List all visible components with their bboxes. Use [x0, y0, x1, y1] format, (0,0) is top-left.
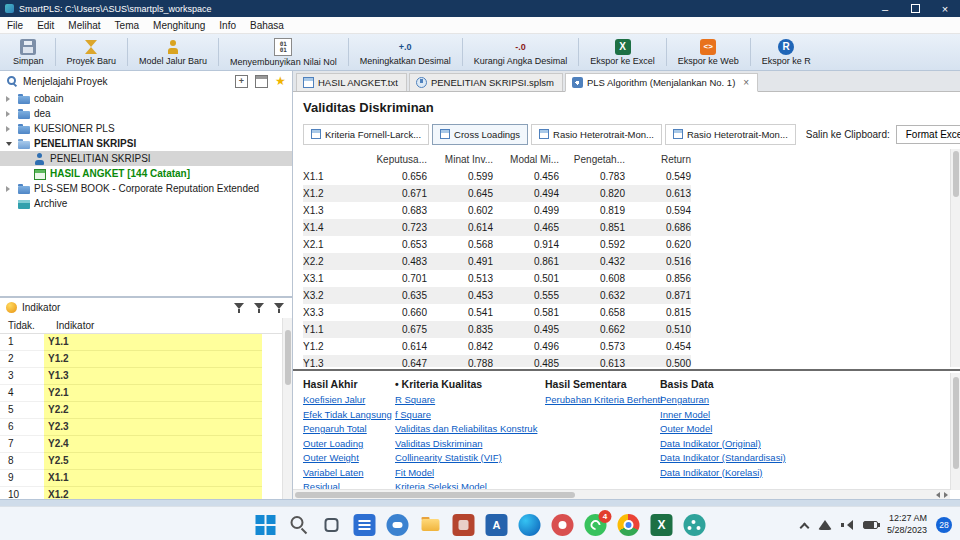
media-app-icon[interactable]	[552, 514, 574, 536]
red-app-icon[interactable]	[453, 514, 475, 536]
link-data-indikator-standardisasi[interactable]: Data Indikator (Standardisasi)	[660, 451, 840, 466]
table-row[interactable]: X1.40.7230.6140.4650.8510.686	[303, 219, 691, 236]
menu-tema[interactable]: Tema	[108, 20, 146, 31]
tab-hasil-angket-txt[interactable]: HASIL ANGKET.txt	[296, 73, 407, 91]
whatsapp-icon[interactable]: 4	[585, 514, 607, 536]
menu-info[interactable]: Info	[212, 20, 243, 31]
toolbar-button-ekspor-ke-excel[interactable]: Ekspor ke Excel	[581, 34, 664, 70]
toolbar-button-ekspor-ke-r[interactable]: Ekspor ke R	[753, 34, 820, 70]
indicator-row[interactable]: 8Y2.5	[0, 453, 292, 470]
notification-count-badge[interactable]: 28	[936, 517, 952, 533]
indicator-row[interactable]: 3Y1.3	[0, 368, 292, 385]
indicator-row[interactable]: 2Y1.2	[0, 351, 292, 368]
tree-item-penelitian-skripsi[interactable]: PENELITIAN SKRIPSI	[0, 136, 292, 151]
indicator-scrollbar[interactable]	[282, 318, 292, 499]
menu-edit[interactable]: Edit	[30, 20, 61, 31]
toolbar-button-simpan[interactable]: Simpan	[4, 34, 53, 70]
bottom-panel-scrollbar[interactable]	[950, 373, 960, 490]
tree-item-pls-sem-book-corporate-reputation-extended[interactable]: PLS-SEM BOOK - Corporate Reputation Exte…	[0, 181, 292, 196]
tree-item-dea[interactable]: dea	[0, 106, 292, 121]
edge-browser-icon[interactable]	[519, 514, 541, 536]
menu-bahasa[interactable]: Bahasa	[243, 20, 291, 31]
expand-arrow-icon[interactable]	[4, 109, 14, 119]
menu-melihat[interactable]: Melihat	[61, 20, 107, 31]
link-pengaruh-total[interactable]: Pengaruh Total	[303, 422, 395, 437]
link-outer-model[interactable]: Outer Model	[660, 422, 840, 437]
filter-icon-1[interactable]	[233, 301, 246, 314]
link-data-indikator-korelasi[interactable]: Data Indikator (Korelasi)	[660, 466, 840, 481]
link-efek-tidak-langsung[interactable]: Efek Tidak Langsung	[303, 408, 395, 423]
link-inner-model[interactable]: Inner Model	[660, 408, 840, 423]
tree-item-penelitian-skripsi[interactable]: PENELITIAN SKRIPSI	[0, 151, 292, 166]
chat-app-icon[interactable]	[387, 514, 409, 536]
indicator-row[interactable]: 6Y2.3	[0, 419, 292, 436]
indicator-row[interactable]: 1Y1.1	[0, 334, 292, 351]
link-outer-weight[interactable]: Outer Weight	[303, 451, 395, 466]
table-row[interactable]: Y1.30.6470.7880.4850.6130.500	[303, 355, 691, 367]
task-view-icon[interactable]	[321, 514, 343, 536]
table-row[interactable]: X3.20.6350.4530.5550.6320.871	[303, 287, 691, 304]
table-row[interactable]: X1.30.6830.6020.4990.8190.594	[303, 202, 691, 219]
search-icon[interactable]	[288, 514, 310, 536]
volume-icon[interactable]	[841, 519, 854, 531]
filter-icon-2[interactable]	[253, 301, 266, 314]
indicator-row[interactable]: 7Y2.4	[0, 436, 292, 453]
link-collinearity-statistik-vif[interactable]: Collinearity Statistik (VIF)	[395, 451, 545, 466]
close-button[interactable]: ×	[930, 0, 960, 17]
toolbar-button-kurangi-angka-desimal[interactable]: Kurangi Angka Desimal	[465, 34, 577, 70]
link-variabel-laten[interactable]: Variabel Laten	[303, 466, 395, 481]
new-project-icon[interactable]	[235, 75, 248, 88]
expand-arrow-icon[interactable]	[4, 94, 14, 104]
toolbar-button-proyek-baru[interactable]: Proyek Baru	[58, 34, 126, 70]
open-window-icon[interactable]	[255, 75, 268, 88]
link-validitas-diskriminan[interactable]: Validitas Diskriminan	[395, 437, 545, 452]
expand-arrow-icon[interactable]	[4, 124, 14, 134]
smartpls-icon[interactable]	[684, 514, 706, 536]
tree-item-kuesioner-pls[interactable]: KUESIONER PLS	[0, 121, 292, 136]
start-icon[interactable]	[255, 514, 277, 536]
tab-pls-algorithm-menjalankan-no-1[interactable]: PLS Algorithm (Menjalankan No. 1)×	[565, 73, 758, 92]
minimize-button[interactable]: –	[870, 0, 900, 17]
indicator-row[interactable]: 4Y2.1	[0, 385, 292, 402]
maximize-button[interactable]	[900, 0, 930, 17]
link-validitas-dan-reliabilitas-konstruk[interactable]: Validitas dan Reliabilitas Konstruk	[395, 422, 545, 437]
table-row[interactable]: Y1.10.6750.8350.4950.6620.510	[303, 321, 691, 338]
subtab-kriteria-fornell-larck-0[interactable]: Kriteria Fornell-Larck...	[303, 124, 429, 145]
blue-app-icon[interactable]	[486, 514, 508, 536]
clock[interactable]: 12:27 AM 5/28/2023	[887, 513, 927, 536]
scrollbar-thumb[interactable]	[285, 330, 291, 385]
toolbar-button-ekspor-ke-web[interactable]: Ekspor ke Web	[669, 34, 748, 70]
link-pengaturan[interactable]: Pengaturan	[660, 393, 840, 408]
indicator-row[interactable]: 5Y2.2	[0, 402, 292, 419]
scroll-left-icon[interactable]	[930, 490, 940, 500]
battery-icon[interactable]	[863, 521, 878, 529]
chrome-browser-icon[interactable]	[618, 514, 640, 536]
indicator-row[interactable]: 9X1.1	[0, 470, 292, 487]
expand-arrow-icon[interactable]	[4, 184, 14, 194]
scrollbar-thumb[interactable]	[295, 492, 575, 498]
wifi-icon[interactable]	[818, 520, 832, 530]
link-data-indikator-original[interactable]: Data Indikator (Original)	[660, 437, 840, 452]
scrollbar-thumb[interactable]	[953, 377, 959, 469]
tab-penelitian-skripsi-splsm[interactable]: PENELITIAN SKRIPSI.splsm	[409, 73, 563, 91]
toolbar-button-model-jalur-baru[interactable]: Model Jalur Baru	[130, 34, 216, 70]
toolbar-button-menyembunyikan-nilai-nol[interactable]: Menyembunyikan Nilai Nol	[221, 34, 346, 70]
file-explorer-icon[interactable]	[420, 514, 442, 536]
tree-item-archive[interactable]: Archive	[0, 196, 292, 211]
toolbar-button-meningkatkan-desimal[interactable]: Meningkatkan Desimal	[351, 34, 460, 70]
reading-app-icon[interactable]	[354, 514, 376, 536]
subtab-rasio-heterotrait-mon-2[interactable]: Rasio Heterotrait-Mon...	[531, 124, 662, 145]
tab-close-icon[interactable]: ×	[743, 77, 749, 88]
scroll-right-icon[interactable]	[940, 490, 950, 500]
tree-item-hasil-angket-144-catatan[interactable]: HASIL ANGKET [144 Catatan]	[0, 166, 292, 181]
link-perubahan-kriteria-berhenti[interactable]: Perubahan Kriteria Berhenti	[545, 393, 660, 408]
table-row[interactable]: X3.30.6600.5410.5810.6580.815	[303, 304, 691, 321]
table-row[interactable]: X1.20.6710.6450.4940.8200.613	[303, 185, 691, 202]
horizontal-scrollbar[interactable]	[293, 489, 950, 499]
link-r-square[interactable]: R Square	[395, 393, 545, 408]
table-row[interactable]: X2.20.4830.4910.8610.4320.516	[303, 253, 691, 270]
link-f-square[interactable]: f Square	[395, 408, 545, 423]
collapse-arrow-icon[interactable]	[4, 139, 14, 149]
subtab-rasio-heterotrait-mon-3[interactable]: Rasio Heterotrait-Mon...	[665, 124, 796, 145]
filter-icon-3[interactable]	[273, 301, 286, 314]
